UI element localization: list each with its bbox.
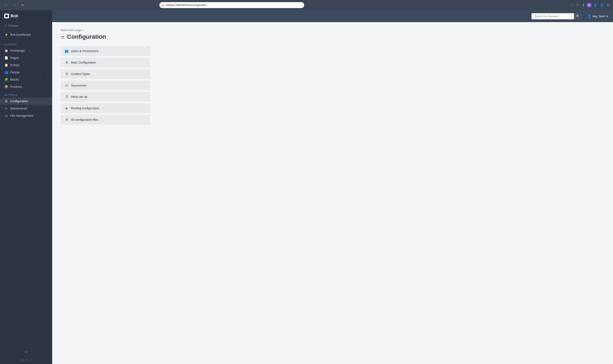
config-item-all-configuration-files[interactable]: ⚙ All configuration files — [61, 115, 150, 125]
dashboard-label: Bolt Dashboard — [10, 33, 31, 36]
file-management-icon: 🗂 — [4, 114, 8, 117]
users-permissions-label: Users & Permissions — [71, 49, 98, 53]
lock-icon: 🔒 — [162, 4, 164, 7]
maintenance-icon: ✂ — [4, 107, 8, 110]
blocks-icon: 🧩 — [4, 78, 8, 81]
workspace-label: Talkative — [8, 24, 19, 27]
search-input[interactable] — [531, 13, 574, 19]
forward-button[interactable]: → — [11, 2, 18, 8]
sidebar-item-blocks[interactable]: 🧩 Blocks › — [0, 76, 52, 83]
search-button[interactable]: 🔍 — [574, 13, 582, 19]
file-management-label: File management — [10, 114, 33, 117]
page-title-icon: ⚌ — [61, 34, 65, 39]
sidebar-item-products[interactable]: 📦 Products › — [0, 83, 52, 90]
menu-icon[interactable]: ☰ — [606, 2, 611, 8]
config-item-routing-configuration[interactable]: ◈ Routing configuration — [61, 103, 150, 113]
sidebar-item-people[interactable]: 👥 People › — [0, 69, 52, 76]
star-icon[interactable]: ☆ — [570, 2, 574, 8]
configuration-icon: ☰ — [4, 100, 8, 103]
main-configuration-icon: ⚙ — [65, 61, 69, 65]
page-title: Configuration — [67, 33, 106, 40]
homepage-label: Homepage — [10, 49, 25, 52]
header-user-menu[interactable]: 👤 Hey, Saul! ▾ — [588, 14, 608, 18]
routing-configuration-icon: ◈ — [65, 106, 69, 110]
sidebar-item-entries[interactable]: 📋 Entries › — [0, 62, 52, 69]
sidebar-item-configuration[interactable]: ☰ Configuration › — [0, 98, 52, 105]
content-types-icon: ☰ — [65, 72, 69, 76]
products-icon: 📦 — [4, 85, 8, 89]
profile-badge: 16 — [587, 3, 591, 7]
sidebar-version: Bolt v5.1.3 — [0, 357, 52, 364]
sidebar-item-file-management[interactable]: 🗂 File management › — [0, 112, 52, 119]
user-icon: 👤 — [588, 14, 591, 18]
entries-chevron: › — [47, 64, 48, 66]
sidebar-item-pages[interactable]: 📄 Pages › — [0, 54, 52, 62]
config-item-menu-set-up[interactable]: ☰ Menu set up — [61, 92, 150, 102]
pages-chevron: › — [47, 57, 48, 59]
configuration-chevron: › — [47, 100, 48, 103]
products-label: Products — [10, 85, 22, 89]
shield-icon: 🛡 — [575, 2, 580, 8]
entries-icon: 📋 — [4, 63, 8, 67]
people-chevron: › — [47, 71, 48, 74]
download-icon[interactable]: ⬇ — [581, 2, 586, 8]
sidebar-toggle-icon[interactable]: ⇄ — [25, 350, 27, 354]
page-title-row: ⚌ Configuration — [61, 33, 604, 40]
sidebar-item-homepage[interactable]: 🏠 Homepage — [0, 47, 52, 54]
main-content: Redirection page » ⚌ Configuration 👥 Use… — [52, 22, 613, 364]
maintenance-chevron: › — [47, 107, 48, 110]
pages-label: Pages — [10, 56, 19, 60]
people-label: People — [10, 71, 20, 74]
refresh-button[interactable]: ↻ — [20, 2, 26, 8]
url-text: talkative.htb/bolt/menu/configuration — [166, 4, 302, 7]
configuration-label: Configuration — [10, 100, 28, 103]
sidebar-logo: Bolt — [0, 10, 52, 22]
config-item-users-permissions[interactable]: 👥 Users & Permissions — [61, 46, 150, 56]
user-avatar[interactable]: 👤 — [593, 2, 598, 8]
sidebar-logo-text: Bolt — [11, 14, 18, 18]
config-item-main-configuration[interactable]: ⚙ Main Configuration — [61, 58, 150, 67]
maintenance-label: Maintenance — [10, 107, 27, 110]
back-button[interactable]: ← — [2, 2, 9, 8]
content-section-label: CONTENT — [0, 40, 52, 47]
content-types-label: Content Types — [71, 72, 90, 76]
homepage-icon: 🏠 — [4, 49, 8, 52]
routing-configuration-label: Routing configuration — [71, 106, 99, 110]
taxonomies-icon: 🏷 — [65, 84, 69, 87]
bolt-logo-inner — [5, 15, 8, 17]
file-management-chevron: › — [47, 114, 48, 117]
sidebar-item-maintenance[interactable]: ✂ Maintenance › — [0, 105, 52, 112]
users-permissions-icon: 👥 — [65, 49, 69, 53]
breadcrumb-link[interactable]: Redirection page — [61, 28, 82, 32]
blocks-label: Blocks — [10, 78, 19, 81]
breadcrumb-separator: » — [82, 28, 84, 32]
entries-label: Entries — [10, 63, 20, 67]
pages-icon: 📄 — [4, 56, 8, 60]
app-layout: Bolt ↗ Talkative ⚡ Bolt Dashboard CONTEN… — [0, 10, 613, 364]
people-icon: 👥 — [4, 71, 8, 74]
config-item-taxonomies[interactable]: 🏷 Taxonomies — [61, 81, 150, 90]
all-configuration-files-icon: ⚙ — [65, 118, 69, 122]
workspace-icon: ↗ — [4, 24, 7, 27]
bolt-logo-icon — [4, 13, 9, 18]
browser-chrome: ← → ↻ 🔒 talkative.htb/bolt/menu/configur… — [0, 0, 613, 10]
dashboard-icon: ⚡ — [4, 33, 8, 36]
main-configuration-label: Main Configuration — [71, 61, 96, 64]
address-bar[interactable]: 🔒 talkative.htb/bolt/menu/configuration — [159, 2, 304, 8]
menu-set-up-label: Menu set up — [71, 95, 87, 98]
avatar-2[interactable]: 👤 — [599, 2, 605, 8]
products-chevron: › — [47, 85, 48, 88]
config-list: 👥 Users & Permissions ⚙ Main Configurati… — [61, 46, 150, 125]
all-configuration-files-label: All configuration files — [71, 118, 98, 121]
user-dropdown-icon: ▾ — [606, 15, 608, 18]
browser-actions: ☆ 🛡 ⬇ 16 👤 👤 ☰ — [570, 2, 611, 8]
user-label: Hey, Saul! — [593, 15, 605, 18]
header-search: 🔍 — [531, 13, 582, 19]
sidebar-workspace[interactable]: ↗ Talkative — [0, 22, 52, 29]
breadcrumb: Redirection page » — [61, 28, 604, 32]
header: 🔍 👤 Hey, Saul! ▾ — [52, 10, 613, 22]
sidebar: Bolt ↗ Talkative ⚡ Bolt Dashboard CONTEN… — [0, 10, 52, 364]
blocks-chevron: › — [47, 78, 48, 81]
config-item-content-types[interactable]: ☰ Content Types — [61, 69, 150, 79]
sidebar-item-dashboard[interactable]: ⚡ Bolt Dashboard — [0, 29, 52, 40]
